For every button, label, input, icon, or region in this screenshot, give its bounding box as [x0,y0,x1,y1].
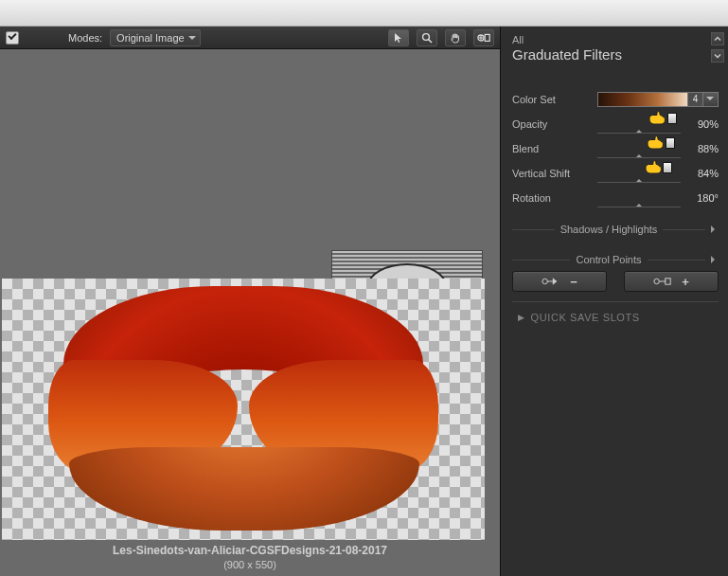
color-set-index: 4 [688,92,703,107]
document-canvas [2,279,485,540]
opacity-label: Opacity [512,118,597,130]
rotation-slider[interactable] [597,188,681,208]
control-points-label: Control Points [576,254,641,265]
opacity-thumb[interactable] [667,113,677,124]
modes-label: Modes: [68,32,102,44]
rotation-label: Rotation [512,192,597,204]
blend-value: 88% [686,143,719,154]
vertical-shift-thumb[interactable] [663,162,672,173]
compare-tool-button[interactable] [473,29,494,46]
blend-label: Blend [512,143,597,154]
document-filename: Les-Sinedots-van-Aliciar-CGSFDesigns-21-… [0,544,500,557]
remove-control-point-button[interactable]: − [512,271,607,292]
quick-save-slots-header[interactable]: ▶ QUICK SAVE SLOTS [512,301,719,323]
opacity-slider[interactable] [597,114,681,135]
artwork [44,286,442,532]
document-dimensions: (900 x 550) [0,559,500,570]
document-caption: Les-Sinedots-van-Aliciar-CGSFDesigns-21-… [0,544,500,570]
checkmark-icon[interactable] [6,31,19,45]
plus-icon: + [682,276,689,288]
panel-body: Color Set 4 Opacity 90% [501,68,728,331]
modes-dropdown-value: Original Image [116,32,185,44]
svg-rect-3 [485,34,489,41]
panel-prev-button[interactable] [711,32,724,45]
blend-slider[interactable] [597,138,681,159]
svg-point-6 [654,279,659,283]
modes-dropdown[interactable]: Original Image [110,29,201,46]
vertical-shift-row: Vertical Shift 84% [512,161,719,186]
canvas-toolbar: Modes: Original Image [0,27,500,49]
canvas-panel: Modes: Original Image claudia [0,27,500,576]
blend-row: Blend 88% [512,136,719,161]
control-point-icon [542,277,560,286]
shadows-highlights-separator: Shadows / Highlights [512,224,719,235]
zoom-tool-button[interactable] [417,29,437,46]
expand-icon[interactable] [711,256,719,263]
svg-point-4 [542,279,547,283]
svg-point-0 [423,33,430,40]
vertical-shift-value: 84% [686,168,719,179]
panel-title: Graduated Filters [512,46,709,63]
rotation-row: Rotation 180° [512,186,719,210]
expand-icon[interactable] [711,225,719,233]
color-set-row: Color Set 4 [512,87,719,112]
shadows-highlights-label: Shadows / Highlights [560,224,658,235]
add-control-point-button[interactable]: + [624,271,719,292]
panel-next-button[interactable] [711,49,724,63]
viewport[interactable]: claudia Les-Sinedots-van-Aliciar-CGSFDes… [0,49,500,576]
opacity-value: 90% [686,118,719,130]
workspace: Modes: Original Image claudia [0,27,728,576]
vertical-shift-label: Vertical Shift [512,168,597,179]
minus-icon: − [570,276,577,288]
color-set-label: Color Set [512,94,597,105]
control-points-separator: Control Points [512,254,719,265]
control-point-icon [653,277,672,286]
opacity-row: Opacity 90% [512,112,719,136]
color-set-dropdown-button[interactable] [703,92,719,107]
sidebar: All Graduated Filters Color Set 4 Opacit… [500,27,728,576]
color-set-swatch[interactable] [597,92,688,107]
svg-line-1 [429,39,433,43]
blend-thumb[interactable] [666,137,675,149]
select-tool-button[interactable] [388,29,409,46]
quick-save-label: QUICK SAVE SLOTS [531,312,640,323]
panel-section-label: All [512,34,709,45]
chevron-right-icon: ▶ [518,313,525,322]
hand-tool-button[interactable] [445,29,466,46]
vertical-shift-slider[interactable] [597,163,681,184]
window-titlebar [0,0,728,27]
rotation-value: 180° [686,192,719,204]
panel-header: All Graduated Filters [501,27,728,68]
